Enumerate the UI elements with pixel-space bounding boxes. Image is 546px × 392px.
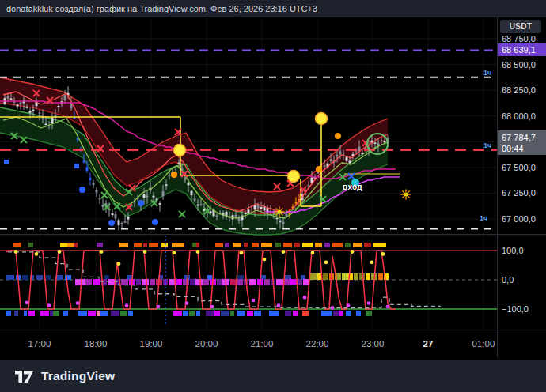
candle-body — [248, 209, 250, 213]
osc-bottom-strip — [346, 311, 351, 316]
candle-body — [51, 118, 54, 123]
osc-top-strip — [225, 243, 229, 247]
timeframe-tag: 1ч — [483, 69, 491, 77]
blue-dot-marker — [79, 187, 85, 193]
candle-body — [178, 163, 180, 164]
osc-bottom-dot — [76, 301, 80, 305]
osc-mid-blue-strip — [36, 275, 43, 280]
tradingview-logo-text[interactable]: TradingView — [41, 369, 115, 383]
osc-top-strip — [364, 243, 371, 247]
osc-top-dot — [282, 250, 286, 254]
osc-top-strip — [97, 243, 103, 247]
osc-bottom-strip — [206, 311, 214, 316]
candle-body — [165, 184, 168, 186]
candle-body — [45, 123, 47, 125]
candle-body — [279, 220, 282, 222]
timeframe-tag: 1ч — [483, 141, 491, 149]
osc-top-dot — [240, 251, 244, 255]
osc-bottom-strip — [196, 311, 200, 316]
candle-body — [254, 205, 256, 209]
osc-mid-olive-strip — [354, 273, 358, 280]
osc-mid-magenta-strip — [264, 279, 270, 285]
attribution-text: donatakkluk создал(а) график на TradingV… — [6, 4, 317, 13]
osc-top-strip — [283, 243, 292, 247]
osc-mid-magenta-strip — [150, 279, 155, 285]
osc-bottom-strip — [293, 311, 298, 316]
osc-bottom-strip — [63, 311, 68, 316]
candle-body — [99, 198, 101, 200]
osc-bottom-strip — [189, 311, 195, 316]
candle-body — [121, 223, 123, 224]
osc-top-dot — [35, 252, 39, 256]
osc-mid-blue-strip — [22, 275, 28, 280]
price-tick-label: 68 250,0 — [502, 85, 536, 95]
time-tick-label: 17:00 — [20, 339, 59, 349]
osc-top-dot — [351, 250, 355, 254]
candle-body — [93, 183, 95, 185]
chart-area[interactable]: 1ч1ч1ч — [0, 0, 546, 357]
osc-bottom-strip — [120, 311, 127, 316]
osc-mid-magenta-strip — [217, 279, 222, 285]
osc-mid-magenta-strip — [121, 279, 128, 285]
osc-mid-magenta-strip — [195, 279, 203, 285]
candle-body — [381, 141, 383, 142]
osc-mid-magenta-strip — [93, 279, 100, 285]
osc-mid-olive-strip — [366, 273, 370, 280]
osc-top-dot — [143, 250, 147, 254]
osc-bottom-dot — [367, 301, 371, 305]
alert-price-label: 68 639,1 — [498, 43, 546, 56]
osc-mid-magenta-strip — [276, 279, 283, 285]
osc-mid-magenta-strip — [108, 279, 115, 285]
osc-top-strip — [60, 243, 67, 247]
osc-top-strip — [28, 243, 33, 247]
osc-bottom-dot — [277, 303, 281, 307]
candle-body — [143, 194, 146, 198]
sun-marker — [402, 190, 404, 192]
osc-top-strip — [192, 243, 196, 247]
osc-top-strip — [196, 243, 199, 247]
sun-marker — [404, 192, 408, 196]
candle-body — [384, 141, 386, 143]
osc-bottom-strip — [40, 311, 49, 316]
candle-body — [86, 167, 89, 170]
osc-bottom-dot — [347, 303, 351, 307]
time-tick-label: 27 — [408, 339, 448, 349]
osc-bottom-strip — [50, 311, 53, 316]
osc-top-strip — [13, 243, 21, 247]
osc-bottom-strip — [24, 311, 27, 316]
tradingview-logo-icon[interactable] — [14, 369, 34, 384]
candle-body — [96, 190, 98, 192]
osc-bottom-dot — [157, 305, 161, 309]
osc-top-strip — [233, 243, 241, 247]
candle-body — [336, 155, 339, 157]
osc-mid-magenta-strip — [85, 279, 92, 285]
candle-body — [200, 204, 203, 205]
osc-top-strip — [373, 243, 386, 247]
osc-mid-olive-strip — [347, 273, 353, 280]
big-yellow-signal-dot — [288, 171, 300, 183]
orange-dot-marker — [316, 166, 322, 172]
osc-mid-magenta-strip — [136, 279, 141, 285]
chart-canvas[interactable]: 1ч1ч1ч — [0, 0, 546, 357]
osc-mid-magenta-strip — [284, 279, 290, 285]
osc-bottom-strip — [14, 311, 18, 316]
time-axis[interactable]: 17:0018:0019:0020:0021:0022:0023:002701:… — [0, 330, 546, 357]
price-tick-label: 67 000,0 — [502, 214, 536, 224]
osc-bottom-dot — [47, 303, 51, 307]
osc-bottom-strip — [88, 311, 96, 316]
entry-annotation: вход — [343, 183, 362, 191]
osc-mid-magenta-strip — [230, 279, 236, 285]
candle-body — [362, 153, 364, 154]
tradingview-snapshot: donatakkluk создал(а) график на TradingV… — [0, 0, 546, 392]
price-tick-label: 67 500,0 — [502, 163, 536, 172]
osc-bottom-dot — [386, 305, 390, 309]
big-yellow-signal-dot — [316, 113, 328, 125]
currency-toggle-button[interactable]: USDT — [500, 20, 541, 33]
osc-top-dot — [14, 250, 18, 254]
osc-bottom-dot — [125, 303, 129, 307]
candle-body — [245, 213, 247, 214]
price-axis[interactable]: USDT 68 639,1 67 784,7 00:44 68 750,068 … — [498, 17, 546, 330]
osc-top-strip — [302, 243, 313, 247]
blue-dot-marker — [138, 200, 144, 206]
osc-bottom-strip — [366, 311, 372, 316]
